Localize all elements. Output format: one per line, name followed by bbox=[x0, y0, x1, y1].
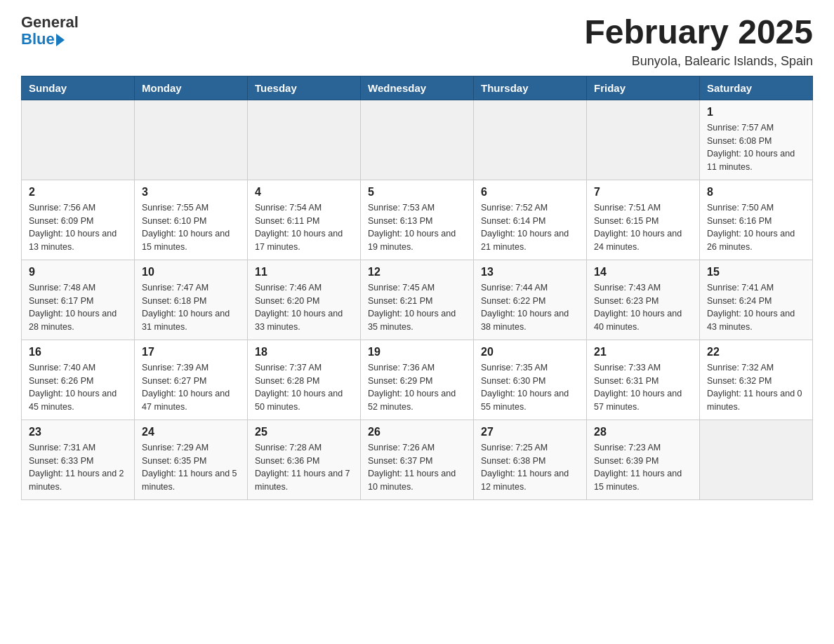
day-info: Sunrise: 7:29 AM Sunset: 6:35 PM Dayligh… bbox=[142, 441, 240, 494]
calendar-day-cell: 12Sunrise: 7:45 AM Sunset: 6:21 PM Dayli… bbox=[361, 260, 474, 340]
day-info: Sunrise: 7:39 AM Sunset: 6:27 PM Dayligh… bbox=[142, 361, 240, 414]
day-number: 24 bbox=[142, 426, 240, 438]
calendar-week-row: 9Sunrise: 7:48 AM Sunset: 6:17 PM Daylig… bbox=[22, 260, 813, 340]
calendar-day-cell: 28Sunrise: 7:23 AM Sunset: 6:39 PM Dayli… bbox=[587, 420, 700, 499]
day-number: 15 bbox=[707, 266, 805, 279]
calendar-day-cell: 26Sunrise: 7:26 AM Sunset: 6:37 PM Dayli… bbox=[361, 420, 474, 499]
logo-general-text: General bbox=[21, 14, 79, 31]
calendar-day-cell: 4Sunrise: 7:54 AM Sunset: 6:11 PM Daylig… bbox=[248, 180, 361, 260]
calendar-week-row: 1Sunrise: 7:57 AM Sunset: 6:08 PM Daylig… bbox=[22, 100, 813, 180]
day-number: 19 bbox=[368, 346, 466, 358]
title-block: February 2025 Bunyola, Balearic Islands,… bbox=[584, 14, 813, 69]
calendar-day-cell: 17Sunrise: 7:39 AM Sunset: 6:27 PM Dayli… bbox=[135, 340, 248, 420]
calendar-day-cell: 14Sunrise: 7:43 AM Sunset: 6:23 PM Dayli… bbox=[587, 260, 700, 340]
calendar-day-cell: 1Sunrise: 7:57 AM Sunset: 6:08 PM Daylig… bbox=[700, 100, 813, 180]
day-number: 3 bbox=[142, 186, 240, 199]
calendar-day-cell: 5Sunrise: 7:53 AM Sunset: 6:13 PM Daylig… bbox=[361, 180, 474, 260]
day-number: 22 bbox=[707, 346, 805, 358]
day-number: 11 bbox=[255, 266, 353, 279]
day-number: 25 bbox=[255, 426, 353, 438]
calendar-day-cell bbox=[361, 100, 474, 180]
logo: General Blue bbox=[21, 14, 79, 48]
calendar-day-cell: 13Sunrise: 7:44 AM Sunset: 6:22 PM Dayli… bbox=[474, 260, 587, 340]
day-number: 6 bbox=[481, 186, 579, 199]
day-info: Sunrise: 7:48 AM Sunset: 6:17 PM Dayligh… bbox=[29, 281, 127, 334]
calendar-day-cell: 22Sunrise: 7:32 AM Sunset: 6:32 PM Dayli… bbox=[700, 340, 813, 420]
page-header: General Blue February 2025 Bunyola, Bale… bbox=[21, 14, 813, 69]
day-number: 7 bbox=[594, 186, 692, 199]
calendar-table: SundayMondayTuesdayWednesdayThursdayFrid… bbox=[21, 76, 813, 500]
day-number: 9 bbox=[29, 266, 127, 279]
day-info: Sunrise: 7:46 AM Sunset: 6:20 PM Dayligh… bbox=[255, 281, 353, 334]
calendar-day-cell: 6Sunrise: 7:52 AM Sunset: 6:14 PM Daylig… bbox=[474, 180, 587, 260]
day-info: Sunrise: 7:28 AM Sunset: 6:36 PM Dayligh… bbox=[255, 441, 353, 494]
day-number: 14 bbox=[594, 266, 692, 279]
day-info: Sunrise: 7:51 AM Sunset: 6:15 PM Dayligh… bbox=[594, 201, 692, 254]
calendar-day-cell: 19Sunrise: 7:36 AM Sunset: 6:29 PM Dayli… bbox=[361, 340, 474, 420]
day-info: Sunrise: 7:26 AM Sunset: 6:37 PM Dayligh… bbox=[368, 441, 466, 494]
day-info: Sunrise: 7:55 AM Sunset: 6:10 PM Dayligh… bbox=[142, 201, 240, 254]
day-info: Sunrise: 7:35 AM Sunset: 6:30 PM Dayligh… bbox=[481, 361, 579, 414]
calendar-day-cell: 25Sunrise: 7:28 AM Sunset: 6:36 PM Dayli… bbox=[248, 420, 361, 499]
calendar-day-cell: 24Sunrise: 7:29 AM Sunset: 6:35 PM Dayli… bbox=[135, 420, 248, 499]
day-info: Sunrise: 7:43 AM Sunset: 6:23 PM Dayligh… bbox=[594, 281, 692, 334]
day-number: 20 bbox=[481, 346, 579, 358]
day-info: Sunrise: 7:57 AM Sunset: 6:08 PM Dayligh… bbox=[707, 121, 805, 174]
day-info: Sunrise: 7:52 AM Sunset: 6:14 PM Dayligh… bbox=[481, 201, 579, 254]
day-number: 23 bbox=[29, 426, 127, 438]
calendar-day-cell bbox=[22, 100, 135, 180]
day-of-week-header: Thursday bbox=[474, 76, 587, 100]
calendar-week-row: 2Sunrise: 7:56 AM Sunset: 6:09 PM Daylig… bbox=[22, 180, 813, 260]
day-number: 27 bbox=[481, 426, 579, 438]
calendar-week-row: 16Sunrise: 7:40 AM Sunset: 6:26 PM Dayli… bbox=[22, 340, 813, 420]
day-info: Sunrise: 7:25 AM Sunset: 6:38 PM Dayligh… bbox=[481, 441, 579, 494]
day-number: 13 bbox=[481, 266, 579, 279]
day-info: Sunrise: 7:23 AM Sunset: 6:39 PM Dayligh… bbox=[594, 441, 692, 494]
day-info: Sunrise: 7:45 AM Sunset: 6:21 PM Dayligh… bbox=[368, 281, 466, 334]
day-info: Sunrise: 7:44 AM Sunset: 6:22 PM Dayligh… bbox=[481, 281, 579, 334]
day-of-week-header: Friday bbox=[587, 76, 700, 100]
logo-blue-text: Blue bbox=[21, 31, 55, 48]
day-number: 21 bbox=[594, 346, 692, 358]
calendar-day-cell: 15Sunrise: 7:41 AM Sunset: 6:24 PM Dayli… bbox=[700, 260, 813, 340]
day-info: Sunrise: 7:41 AM Sunset: 6:24 PM Dayligh… bbox=[707, 281, 805, 334]
day-number: 18 bbox=[255, 346, 353, 358]
day-info: Sunrise: 7:37 AM Sunset: 6:28 PM Dayligh… bbox=[255, 361, 353, 414]
day-of-week-header: Saturday bbox=[700, 76, 813, 100]
day-info: Sunrise: 7:32 AM Sunset: 6:32 PM Dayligh… bbox=[707, 361, 805, 414]
calendar-header-row: SundayMondayTuesdayWednesdayThursdayFrid… bbox=[22, 76, 813, 100]
day-info: Sunrise: 7:54 AM Sunset: 6:11 PM Dayligh… bbox=[255, 201, 353, 254]
day-of-week-header: Sunday bbox=[22, 76, 135, 100]
day-number: 1 bbox=[707, 106, 805, 119]
calendar-day-cell: 2Sunrise: 7:56 AM Sunset: 6:09 PM Daylig… bbox=[22, 180, 135, 260]
day-info: Sunrise: 7:53 AM Sunset: 6:13 PM Dayligh… bbox=[368, 201, 466, 254]
day-number: 12 bbox=[368, 266, 466, 279]
day-number: 10 bbox=[142, 266, 240, 279]
day-number: 16 bbox=[29, 346, 127, 358]
calendar-day-cell: 10Sunrise: 7:47 AM Sunset: 6:18 PM Dayli… bbox=[135, 260, 248, 340]
calendar-day-cell bbox=[474, 100, 587, 180]
calendar-day-cell: 18Sunrise: 7:37 AM Sunset: 6:28 PM Dayli… bbox=[248, 340, 361, 420]
day-number: 8 bbox=[707, 186, 805, 199]
calendar-day-cell bbox=[135, 100, 248, 180]
day-of-week-header: Monday bbox=[135, 76, 248, 100]
calendar-day-cell: 9Sunrise: 7:48 AM Sunset: 6:17 PM Daylig… bbox=[22, 260, 135, 340]
calendar-day-cell: 23Sunrise: 7:31 AM Sunset: 6:33 PM Dayli… bbox=[22, 420, 135, 499]
day-info: Sunrise: 7:50 AM Sunset: 6:16 PM Dayligh… bbox=[707, 201, 805, 254]
calendar-day-cell: 8Sunrise: 7:50 AM Sunset: 6:16 PM Daylig… bbox=[700, 180, 813, 260]
day-number: 26 bbox=[368, 426, 466, 438]
day-number: 4 bbox=[255, 186, 353, 199]
day-number: 28 bbox=[594, 426, 692, 438]
calendar-day-cell: 27Sunrise: 7:25 AM Sunset: 6:38 PM Dayli… bbox=[474, 420, 587, 499]
day-number: 2 bbox=[29, 186, 127, 199]
day-info: Sunrise: 7:31 AM Sunset: 6:33 PM Dayligh… bbox=[29, 441, 127, 494]
day-info: Sunrise: 7:56 AM Sunset: 6:09 PM Dayligh… bbox=[29, 201, 127, 254]
logo-arrow-icon bbox=[56, 34, 65, 46]
calendar-day-cell: 20Sunrise: 7:35 AM Sunset: 6:30 PM Dayli… bbox=[474, 340, 587, 420]
calendar-day-cell: 16Sunrise: 7:40 AM Sunset: 6:26 PM Dayli… bbox=[22, 340, 135, 420]
day-info: Sunrise: 7:40 AM Sunset: 6:26 PM Dayligh… bbox=[29, 361, 127, 414]
calendar-day-cell: 21Sunrise: 7:33 AM Sunset: 6:31 PM Dayli… bbox=[587, 340, 700, 420]
calendar-week-row: 23Sunrise: 7:31 AM Sunset: 6:33 PM Dayli… bbox=[22, 420, 813, 499]
calendar-day-cell bbox=[700, 420, 813, 499]
day-of-week-header: Tuesday bbox=[248, 76, 361, 100]
